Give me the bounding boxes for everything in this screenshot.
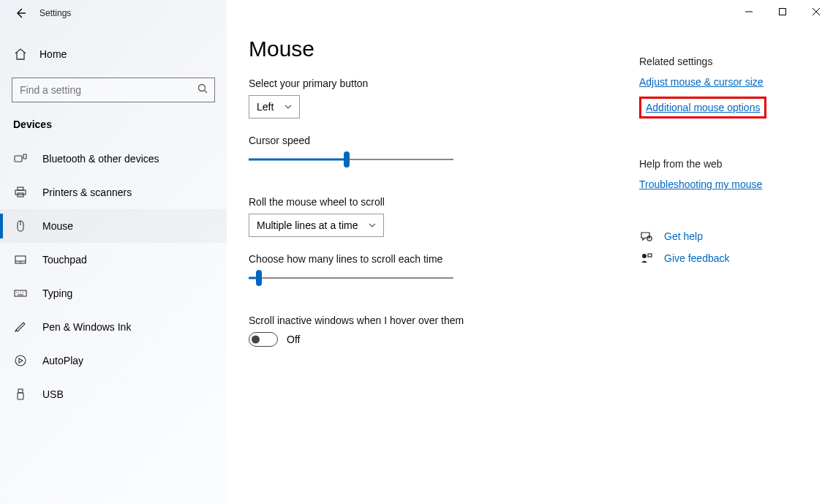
search-input[interactable] xyxy=(18,83,197,97)
help-from-web-block: Help from the web Troubleshooting my mou… xyxy=(639,158,811,200)
sidebar-item-autoplay[interactable]: AutoPlay xyxy=(0,344,227,377)
sidebar-item-typing[interactable]: Typing xyxy=(0,277,227,310)
primary-button-label: Select your primary button xyxy=(249,78,629,89)
wheel-scroll-label: Roll the mouse wheel to scroll xyxy=(249,196,629,208)
lines-each-slider[interactable] xyxy=(249,271,453,285)
sidebar-item-pen[interactable]: Pen & Windows Ink xyxy=(0,310,227,344)
sidebar: Settings Home Devices Bluetooth & oth xyxy=(0,0,227,504)
svg-rect-8 xyxy=(23,154,26,159)
keyboard-icon xyxy=(13,287,28,300)
svg-rect-24 xyxy=(18,389,23,393)
related-heading: Related settings xyxy=(639,56,811,67)
sidebar-item-label: Pen & Windows Ink xyxy=(42,321,131,333)
titlebar: Settings xyxy=(0,0,227,26)
inactive-state: Off xyxy=(287,334,300,345)
svg-rect-17 xyxy=(15,290,26,296)
cursor-speed-label: Cursor speed xyxy=(249,135,629,146)
printer-icon xyxy=(13,186,28,199)
back-button[interactable] xyxy=(6,0,35,26)
sidebar-item-label: Bluetooth & other devices xyxy=(42,153,159,165)
svg-text:?: ? xyxy=(649,236,651,241)
support-links: ? Get help Give feedback xyxy=(639,230,811,265)
minimize-button[interactable] xyxy=(732,0,766,23)
sidebar-item-mouse[interactable]: Mouse xyxy=(0,209,227,243)
chat-icon: ? xyxy=(639,230,654,243)
link-get-help[interactable]: Get help xyxy=(664,230,703,242)
svg-line-6 xyxy=(205,91,208,94)
content-column: Mouse Select your primary button Left Cu… xyxy=(249,37,629,504)
wheel-scroll-value: Multiple lines at a time xyxy=(257,219,358,231)
help-heading: Help from the web xyxy=(639,158,811,170)
link-give-feedback[interactable]: Give feedback xyxy=(664,252,730,264)
page-title: Mouse xyxy=(249,37,629,61)
inactive-label: Scroll inactive windows when I hover ove… xyxy=(249,315,629,326)
pen-icon xyxy=(13,320,28,334)
side-column: Related settings Adjust mouse & cursor s… xyxy=(629,37,811,504)
link-additional-mouse-options[interactable]: Additional mouse options xyxy=(646,102,760,113)
sidebar-item-printers[interactable]: Printers & scanners xyxy=(0,176,227,209)
main-area: Mouse Select your primary button Left Cu… xyxy=(227,0,833,504)
close-button[interactable] xyxy=(799,0,833,23)
svg-point-23 xyxy=(15,356,26,366)
settings-window: Settings Home Devices Bluetooth & oth xyxy=(0,0,833,504)
sidebar-item-home[interactable]: Home xyxy=(0,40,227,69)
sidebar-item-touchpad[interactable]: Touchpad xyxy=(0,243,227,277)
category-title: Devices xyxy=(0,102,227,135)
lines-each-label: Choose how many lines to scroll each tim… xyxy=(249,253,629,265)
sidebar-item-label: Mouse xyxy=(42,220,73,232)
svg-rect-9 xyxy=(15,190,26,195)
maximize-button[interactable] xyxy=(766,0,799,23)
svg-rect-25 xyxy=(18,393,23,399)
sidebar-item-label: Printers & scanners xyxy=(42,187,132,198)
svg-rect-1 xyxy=(780,9,786,15)
touchpad-icon xyxy=(13,253,28,266)
wheel-scroll-select[interactable]: Multiple lines at a time xyxy=(249,214,384,237)
chevron-down-icon xyxy=(369,219,376,231)
link-troubleshoot-mouse[interactable]: Troubleshooting my mouse xyxy=(639,178,762,190)
sidebar-item-label: AutoPlay xyxy=(42,355,83,366)
slider-thumb[interactable] xyxy=(256,270,262,286)
search-box[interactable] xyxy=(12,78,215,102)
feedback-icon xyxy=(639,252,654,265)
slider-thumb[interactable] xyxy=(344,151,350,168)
nav-list: Bluetooth & other devices Printers & sca… xyxy=(0,142,227,411)
mouse-icon xyxy=(13,219,28,233)
bluetooth-icon xyxy=(13,152,28,165)
primary-button-select[interactable]: Left xyxy=(249,95,300,119)
usb-icon xyxy=(13,388,28,401)
related-settings-block: Related settings Adjust mouse & cursor s… xyxy=(639,56,811,129)
svg-rect-29 xyxy=(648,254,652,257)
search-icon xyxy=(197,83,208,97)
sidebar-item-label: Typing xyxy=(42,287,72,299)
primary-button-value: Left xyxy=(257,101,274,113)
app-title: Settings xyxy=(39,8,71,18)
link-adjust-mouse-cursor-size[interactable]: Adjust mouse & cursor size xyxy=(639,76,764,88)
slider-track xyxy=(249,277,453,279)
search-row xyxy=(12,78,215,102)
sidebar-item-label: Touchpad xyxy=(42,254,87,266)
slider-fill xyxy=(249,159,347,161)
svg-point-5 xyxy=(199,85,206,91)
inactive-toggle[interactable] xyxy=(249,332,278,347)
sidebar-item-usb[interactable]: USB xyxy=(0,377,227,411)
give-feedback-row[interactable]: Give feedback xyxy=(639,252,811,265)
home-icon xyxy=(13,48,28,61)
svg-rect-10 xyxy=(18,187,23,190)
svg-point-28 xyxy=(642,254,647,258)
highlight-additional-mouse-options: Additional mouse options xyxy=(639,97,766,119)
window-controls xyxy=(732,0,833,23)
chevron-down-icon xyxy=(284,101,292,113)
home-label: Home xyxy=(39,48,67,60)
get-help-row[interactable]: ? Get help xyxy=(639,230,811,243)
inactive-toggle-row: Off xyxy=(249,332,629,347)
sidebar-item-bluetooth[interactable]: Bluetooth & other devices xyxy=(0,142,227,176)
svg-rect-7 xyxy=(15,156,22,162)
autoplay-icon xyxy=(13,354,28,367)
cursor-speed-slider[interactable] xyxy=(249,152,453,167)
sidebar-item-label: USB xyxy=(42,388,64,400)
